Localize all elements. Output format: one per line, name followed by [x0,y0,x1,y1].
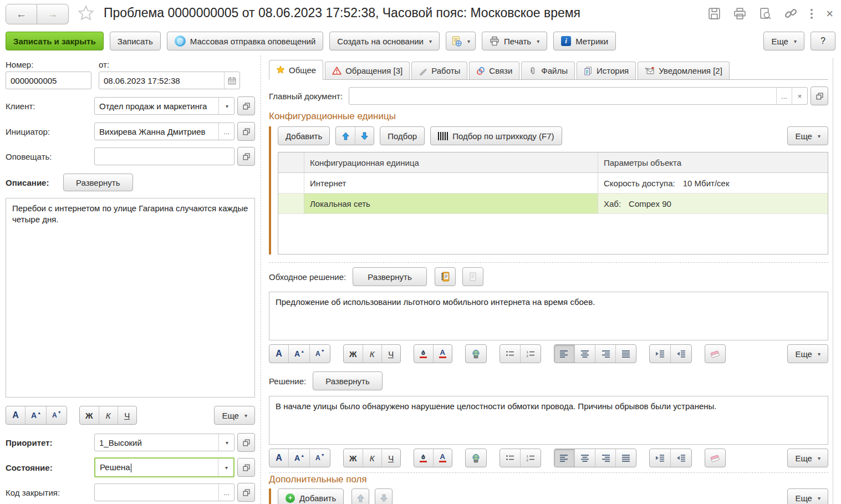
unit-cell[interactable]: Локальная сеть [304,194,598,213]
underline-button[interactable]: Ч [381,345,400,363]
save-icon[interactable] [708,7,721,20]
client-field[interactable]: Отдел продаж и маркетинга ▾ [94,97,235,115]
initiator-field[interactable]: Вихирева Жанна Дмитриев ... [94,123,235,140]
highlight-color-button[interactable] [414,345,433,363]
font-increase-button[interactable]: А▲ [288,345,309,363]
tab-works[interactable]: Работы [411,62,467,79]
italic-button[interactable]: К [363,345,381,363]
table-row-selected[interactable]: Локальная сеть Хаб: Compex 90 [278,194,828,214]
favorite-star-icon[interactable] [78,5,94,22]
text-color-button[interactable]: А [433,345,452,363]
main-document-open-button[interactable] [811,86,828,105]
indent-increase-button[interactable] [650,345,670,363]
highlight-color-button[interactable] [414,449,433,467]
link-icon[interactable] [784,7,797,20]
ellipsis-icon[interactable]: ... [218,484,234,501]
align-left-button[interactable] [554,449,574,467]
metrics-button[interactable]: i Метрики [553,32,616,50]
back-button[interactable]: ← [6,4,37,24]
clear-icon[interactable]: × [792,88,807,104]
create-from-button[interactable]: Создать на основании ▾ [329,32,440,50]
underline-button[interactable]: Ч [118,406,136,424]
italic-button[interactable]: К [363,449,381,467]
knowledge-base-button[interactable] [435,267,456,286]
add-field-button[interactable]: + Добавить [278,488,344,504]
ellipsis-icon[interactable]: ... [776,88,792,104]
bullet-list-button[interactable] [500,345,520,363]
font-increase-button[interactable]: А▲ [288,449,309,467]
closing-code-field[interactable]: ... [94,483,235,501]
numbered-list-button[interactable]: 12 [520,449,541,467]
add-unit-button[interactable]: Добавить [278,126,330,145]
font-increase-button[interactable]: А▲ [25,406,46,424]
print-button[interactable]: Печать ▾ [482,32,547,50]
indent-increase-button[interactable] [650,449,670,467]
date-field[interactable]: 08.06.2023 17:52:38 [99,72,240,89]
help-button[interactable]: ? [811,32,835,50]
align-left-button[interactable] [554,345,574,363]
description-textarea[interactable]: Перебои с интернетом по улице Гагарина с… [6,198,255,398]
bullet-list-button[interactable] [500,449,520,467]
unit-cell[interactable]: Интернет [304,173,598,193]
underline-button[interactable]: Ч [381,449,400,467]
font-button[interactable]: А [6,406,25,424]
font-decrease-button[interactable]: А▼ [46,406,67,424]
pick-button[interactable]: Подбор [380,126,425,145]
align-justify-button[interactable] [615,449,636,467]
chevron-down-icon[interactable]: ▾ [218,98,234,114]
workaround-more-button[interactable]: Еще ▾ [787,344,828,363]
font-button[interactable]: А [269,345,288,363]
insert-link-button[interactable] [466,345,486,363]
mass-send-button[interactable]: @ Массовая отправка оповещений [167,32,324,50]
solution-textarea[interactable]: В начале улицы было обнаружено нарушение… [269,396,828,445]
config-units-more-button[interactable]: Еще ▾ [787,126,828,145]
align-center-button[interactable] [574,449,595,467]
save-button[interactable]: Записать [110,32,161,50]
solution-expand-button[interactable]: Развернуть [313,371,383,390]
tab-files[interactable]: Файлы [521,62,575,79]
bold-button[interactable]: Ж [344,449,363,467]
move-down-button[interactable] [355,127,374,145]
bold-button[interactable]: Ж [344,345,363,363]
align-center-button[interactable] [574,345,595,363]
kebab-menu-icon[interactable] [810,8,813,20]
text-color-button[interactable]: А [433,449,452,467]
indent-decrease-button[interactable] [670,345,691,363]
close-icon[interactable]: × [826,8,833,19]
align-justify-button[interactable] [615,345,636,363]
main-document-field[interactable]: ... × [349,87,808,105]
save-close-button[interactable]: Записать и закрыть [6,32,104,50]
font-button[interactable]: А [269,449,288,467]
description-expand-button[interactable]: Развернуть [63,174,133,191]
priority-field[interactable]: 1_Высокий ▾ [94,434,235,451]
create-task-dropdown-button[interactable]: ▾ [446,32,476,50]
print-icon[interactable] [733,7,746,20]
bold-button[interactable]: Ж [80,406,99,424]
additional-fields-more-button[interactable]: Еще ▾ [787,488,828,504]
workaround-textarea[interactable]: Предложение об использовании льготного м… [269,292,828,340]
client-open-button[interactable] [237,96,255,115]
solution-more-button[interactable]: Еще ▾ [787,449,828,467]
align-right-button[interactable] [595,449,615,467]
move-field-down-button[interactable] [375,488,393,504]
workaround-expand-button[interactable]: Развернуть [353,267,427,286]
tab-notifications[interactable]: Уведомления [2] [638,62,730,79]
initiator-open-button[interactable] [237,122,255,141]
notify-open-button[interactable] [237,147,255,166]
state-field[interactable]: Решена ▾ [94,457,235,477]
priority-open-button[interactable] [237,433,255,452]
clear-format-button[interactable] [705,344,726,363]
forward-button[interactable]: → [37,4,69,24]
tab-history[interactable]: История [577,62,636,79]
clear-format-button[interactable] [705,449,726,467]
move-field-up-button[interactable] [351,488,369,504]
calendar-icon[interactable] [224,72,239,89]
font-decrease-button[interactable]: А▼ [309,449,330,467]
numbered-list-button[interactable]: 12 [520,345,541,363]
number-field[interactable]: 0000000005 [6,72,91,89]
state-open-button[interactable] [237,458,255,477]
tab-links[interactable]: Связи [469,62,519,79]
tab-requests[interactable]: Обращения [3] [325,62,410,79]
pick-barcode-button[interactable]: Подбор по штрихкоду (F7) [430,126,562,145]
indent-decrease-button[interactable] [670,449,691,467]
